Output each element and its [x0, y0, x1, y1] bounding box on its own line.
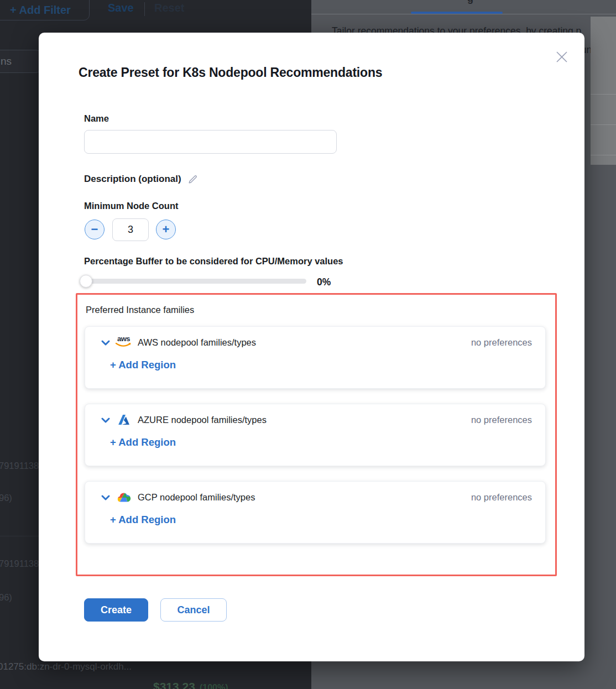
- screen: + Add Filter Save Reset ns 79191138 96) …: [0, 0, 616, 689]
- aws-logo-icon: aws: [115, 335, 133, 349]
- gcp-logo-icon: [115, 490, 133, 504]
- preferred-families-highlight-box: Preferred Instance families aws AWS node…: [76, 293, 557, 576]
- minimum-node-count-label: Minimum Node Count: [84, 201, 178, 211]
- create-preset-dialog: Create Preset for K8s Nodepool Recommend…: [39, 33, 584, 661]
- background-tag: ns: [0, 50, 41, 73]
- background-table-strip: [591, 17, 616, 165]
- provider-label: GCP nodepool families/types: [138, 492, 255, 503]
- edit-pencil-icon[interactable]: [187, 174, 199, 185]
- azure-logo-icon: [115, 413, 133, 427]
- chevron-down-icon[interactable]: [100, 415, 111, 426]
- active-tab-underline: [411, 12, 503, 14]
- provider-status: no preferences: [471, 492, 532, 503]
- add-filter-button[interactable]: + Add Filter: [0, 0, 90, 20]
- background-tag-text: ns: [1, 55, 12, 67]
- provider-card: GCP nodepool families/types no preferenc…: [85, 481, 546, 544]
- divider: [0, 536, 41, 536]
- description-label: Description (optional): [84, 174, 181, 185]
- provider-card: aws AWS nodepool families/types no prefe…: [85, 326, 546, 389]
- minus-icon[interactable]: −: [85, 220, 105, 239]
- add-region-button[interactable]: + Add Region: [110, 359, 176, 371]
- buffer-label: Percentage Buffer to be considered for C…: [84, 256, 343, 267]
- chevron-down-icon[interactable]: [100, 337, 111, 348]
- provider-status: no preferences: [471, 415, 532, 425]
- buffer-value: 0%: [317, 276, 331, 288]
- name-input[interactable]: [84, 130, 337, 154]
- divider: [591, 124, 616, 125]
- save-button[interactable]: Save: [108, 2, 134, 14]
- add-region-button[interactable]: + Add Region: [110, 436, 176, 448]
- background-db-id-text: 01275:db:zn-dr-0-mysql-orkdh...: [0, 661, 132, 672]
- cancel-button[interactable]: Cancel: [160, 598, 227, 622]
- cost-percent: (100%): [200, 683, 228, 689]
- create-button[interactable]: Create: [84, 598, 148, 622]
- background-text-fragment: 79191138: [0, 461, 39, 471]
- buffer-slider-thumb[interactable]: [80, 275, 92, 288]
- add-region-button[interactable]: + Add Region: [110, 514, 176, 526]
- cost-amount: $313.23: [153, 680, 195, 689]
- provider-status: no preferences: [471, 337, 532, 348]
- minimum-node-count-input[interactable]: [112, 218, 149, 241]
- name-label: Name: [84, 113, 109, 124]
- preferred-families-label: Preferred Instance families: [86, 305, 194, 315]
- chevron-down-icon[interactable]: [100, 492, 111, 503]
- background-cost-text: $313.23(100%): [153, 680, 228, 689]
- divider: [591, 94, 616, 95]
- provider-label: AZURE nodepool families/types: [138, 415, 267, 425]
- dialog-title: Create Preset for K8s Nodepool Recommend…: [79, 65, 382, 80]
- divider: [591, 155, 616, 155]
- buffer-slider-track[interactable]: [81, 279, 306, 284]
- close-icon[interactable]: [555, 50, 569, 64]
- provider-card: AZURE nodepool families/types no prefere…: [85, 404, 546, 466]
- provider-label: AWS nodepool families/types: [138, 337, 256, 348]
- divider: [144, 2, 145, 16]
- background-tab-text-fragment: g: [467, 0, 473, 4]
- background-text-fragment: 79191138: [0, 558, 39, 569]
- background-text-fragment: 96): [0, 493, 12, 503]
- divider: [311, 14, 616, 14]
- background-text-fragment: 96): [0, 592, 12, 603]
- provider-cards: aws AWS nodepool families/types no prefe…: [85, 326, 546, 558]
- reset-button[interactable]: Reset: [154, 2, 184, 14]
- plus-icon[interactable]: +: [156, 220, 176, 239]
